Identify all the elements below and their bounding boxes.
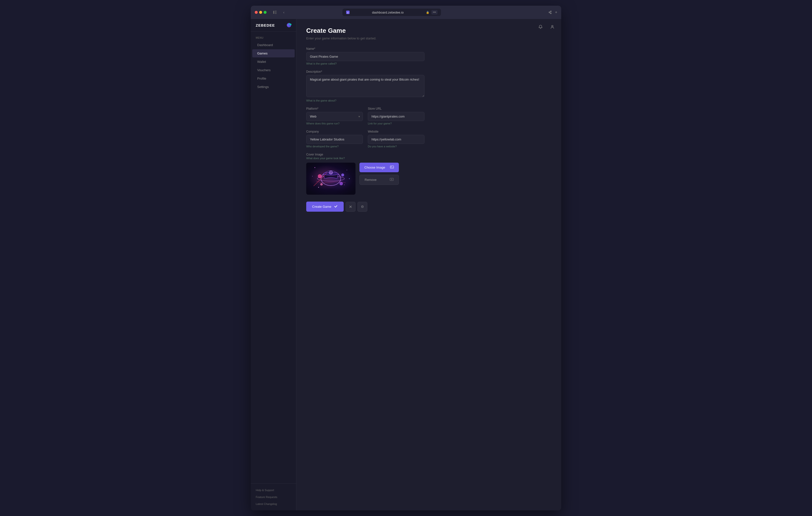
x-icon	[349, 205, 352, 208]
trash-icon	[361, 205, 364, 208]
svg-point-16	[315, 167, 315, 168]
name-input[interactable]	[306, 52, 425, 61]
sidebar-nav: Menu Dashboard Games Wallet Vouchers Pro…	[251, 32, 296, 484]
site-icon: Z	[346, 10, 350, 14]
cover-image-label: Cover Image	[306, 153, 425, 156]
company-hint: Who developed the game?	[306, 145, 363, 148]
svg-rect-2	[275, 12, 277, 12]
action-bar: Create Game	[306, 202, 551, 212]
platform-select[interactable]: Web iOS Android PC Console	[306, 112, 363, 121]
cover-art	[306, 163, 355, 195]
svg-point-20	[312, 176, 313, 176]
store-url-input[interactable]	[368, 112, 425, 121]
page-subtitle: Enter your game information below to get…	[306, 36, 551, 40]
svg-point-13	[329, 171, 333, 174]
sidebar-logo-area: ZEBEDEE	[251, 19, 296, 32]
sidebar-footer: Help & Support Feature Requests Latest C…	[251, 484, 296, 510]
store-url-hint: Link for your game?	[368, 122, 425, 125]
remove-label: Remove	[365, 178, 376, 181]
svg-rect-3	[275, 13, 277, 14]
minimize-button[interactable]	[259, 11, 262, 14]
cancel-button[interactable]	[346, 202, 355, 212]
sidebar-item-profile[interactable]: Profile	[252, 75, 295, 83]
sidebar-item-wallet[interactable]: Wallet	[252, 58, 295, 66]
create-game-label: Create Game	[312, 205, 331, 208]
sidebar-item-games[interactable]: Games	[252, 49, 295, 57]
back-button[interactable]: ‹	[280, 10, 287, 15]
sidebar-item-settings[interactable]: Settings	[252, 83, 295, 91]
remove-image-button[interactable]: Remove	[359, 175, 399, 185]
traffic-lights	[255, 11, 266, 14]
choose-image-button[interactable]: Choose Image	[359, 163, 399, 172]
platform-select-wrapper: Web iOS Android PC Console ▾	[306, 112, 363, 121]
page-title: Create Game	[306, 27, 551, 34]
cover-image-hint: What does your game look like?	[306, 157, 425, 160]
description-label: Description*	[306, 70, 425, 74]
platform-store-row: Platform* Web iOS Android PC Console ▾ W…	[306, 107, 425, 130]
svg-point-6	[552, 25, 553, 27]
svg-rect-27	[390, 166, 394, 168]
cover-image-preview	[306, 163, 355, 195]
svg-point-14	[330, 172, 330, 172]
company-label: Company	[306, 130, 363, 133]
store-url-label: Store URL	[368, 107, 425, 110]
website-label: Website	[368, 130, 425, 133]
platform-group: Platform* Web iOS Android PC Console ▾ W…	[306, 107, 363, 125]
svg-point-21	[349, 178, 350, 179]
browser-actions: +	[548, 10, 557, 15]
vouchers-label: Vouchers	[257, 68, 270, 72]
close-button[interactable]	[255, 11, 258, 14]
store-url-group: Store URL Link for your game?	[368, 107, 425, 125]
browser-titlebar: ‹ Z dashboard.zebedee.io 🔒 ••• +	[251, 6, 561, 19]
delete-button[interactable]	[357, 202, 367, 212]
url-text: dashboard.zebedee.io	[352, 10, 424, 14]
wallet-label: Wallet	[257, 60, 266, 64]
dashboard-label: Dashboard	[257, 43, 273, 47]
svg-rect-1	[275, 11, 277, 11]
website-input[interactable]	[368, 135, 425, 144]
user-profile-button[interactable]	[548, 23, 556, 31]
help-support-link[interactable]: Help & Support	[251, 487, 296, 494]
fullscreen-button[interactable]	[264, 11, 266, 14]
browser-controls: ‹	[271, 10, 287, 15]
sidebar-toggle-button[interactable]	[271, 10, 279, 15]
sidebar: ZEBEDEE Menu Dashboard Games Wallet	[251, 19, 296, 510]
description-group: Description* Magical game about giant pi…	[306, 70, 425, 102]
company-group: Company Who developed the game?	[306, 130, 363, 148]
address-bar[interactable]: Z dashboard.zebedee.io 🔒 •••	[343, 9, 441, 16]
company-website-row: Company Who developed the game? Website …	[306, 130, 425, 153]
description-textarea[interactable]: Magical game about giant pirates that ar…	[306, 75, 425, 97]
main-content: Create Game Enter your game information …	[296, 19, 561, 510]
share-button[interactable]	[548, 10, 552, 15]
cover-image-buttons: Choose Image Remove	[359, 163, 399, 185]
feature-requests-link[interactable]: Feature Requests	[251, 494, 296, 500]
more-icon[interactable]: •••	[431, 10, 438, 15]
platform-label: Platform*	[306, 107, 363, 110]
game-form: Name* What is the game called? Descripti…	[306, 47, 425, 102]
profile-label: Profile	[257, 77, 266, 80]
create-game-button[interactable]: Create Game	[306, 202, 344, 212]
svg-point-25	[340, 182, 343, 185]
notifications-button[interactable]	[536, 23, 545, 31]
settings-label: Settings	[257, 85, 269, 89]
svg-point-15	[331, 172, 332, 172]
sidebar-item-dashboard[interactable]: Dashboard	[252, 41, 295, 49]
latest-changelog-link[interactable]: Latest Changelog	[251, 500, 296, 507]
lock-icon: 🔒	[426, 11, 429, 14]
check-icon	[334, 204, 338, 209]
cover-image-area: Choose Image Remove	[306, 163, 425, 195]
svg-point-18	[318, 187, 319, 188]
choose-image-label: Choose Image	[365, 166, 385, 169]
name-hint: What is the game called?	[306, 62, 425, 65]
company-input[interactable]	[306, 135, 363, 144]
remove-icon	[390, 177, 394, 182]
svg-point-23	[341, 173, 344, 176]
svg-rect-0	[273, 11, 274, 14]
svg-point-19	[344, 184, 345, 185]
svg-point-17	[347, 170, 347, 170]
svg-text:Z: Z	[347, 11, 348, 14]
new-tab-button[interactable]: +	[555, 10, 557, 15]
svg-point-24	[320, 183, 323, 185]
sidebar-item-vouchers[interactable]: Vouchers	[252, 66, 295, 74]
games-label: Games	[257, 52, 267, 55]
